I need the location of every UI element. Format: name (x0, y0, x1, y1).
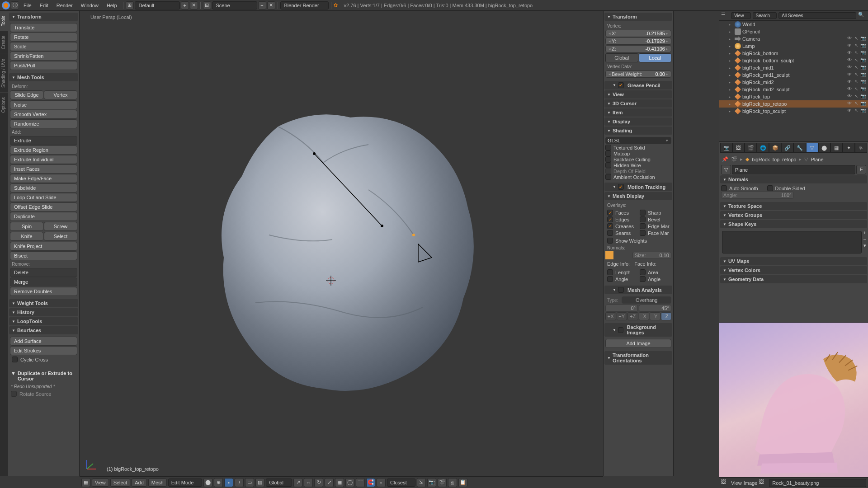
extrude-individual-button[interactable]: Extrude Individual (10, 155, 77, 164)
orientation-selector[interactable]: Global (266, 479, 292, 487)
space-local-toggle[interactable]: Local (639, 53, 672, 62)
image-editor-type-icon[interactable]: 🖼 (721, 479, 729, 487)
prop-tab-render[interactable]: 📷 (720, 143, 732, 153)
prop-tab-world[interactable]: 🌐 (757, 143, 769, 153)
outliner-row-bigRock_mid1_sculpt[interactable]: ▸bigRock_mid1_sculpt👁↖📷 (719, 71, 868, 79)
npanel-3d-cursor[interactable]: 3D Cursor (604, 99, 672, 108)
outliner-row-bigRock_top[interactable]: ▸bigRock_top👁↖📷 (719, 93, 868, 100)
fake-user-button[interactable]: F (856, 165, 866, 174)
crumb-data[interactable]: Plane (811, 157, 823, 162)
smooth-vertex-button[interactable]: Smooth Vertex (10, 110, 77, 119)
rotate-button[interactable]: Rotate (10, 33, 77, 42)
tooltab-options[interactable]: Options (0, 92, 8, 117)
snap-toggle-icon[interactable]: 🧲 (366, 478, 375, 487)
props-geometry-data-panel[interactable]: Geometry Data (720, 275, 867, 283)
expand-icon[interactable]: ▸ (729, 30, 733, 34)
restrict-select-icon[interactable]: ↖ (853, 94, 859, 100)
expand-icon[interactable]: ▸ (729, 37, 733, 41)
push-pull-button[interactable]: Push/Pull (10, 61, 77, 70)
restrict-render-icon[interactable]: 📷 (860, 79, 866, 85)
outliner-item-name[interactable]: bigRock_top_sculpt (742, 108, 845, 114)
vertex-select-mode-icon[interactable]: ▪ (224, 478, 233, 487)
scene-browse-icon[interactable]: ⊞ (203, 1, 211, 9)
add-surface-button[interactable]: Add Surface (10, 337, 77, 346)
outliner-row-bigRock_mid1[interactable]: ▸bigRock_mid1👁↖📷 (719, 64, 868, 71)
offset-edge-slide-button[interactable]: Offset Edge Slide (10, 202, 77, 211)
outliner-row-Lamp[interactable]: ▸Lamp👁↖📷 (719, 42, 868, 50)
outliner-row-bigRock_mid2_sculpt[interactable]: ▸bigRock_mid2_sculpt👁↖📷 (719, 86, 868, 93)
shading-sphere-icon[interactable]: ⬤ (203, 478, 212, 487)
restrict-view-icon[interactable]: 👁 (846, 43, 853, 49)
menu-help[interactable]: Help (103, 2, 121, 9)
double-sided-checkbox[interactable] (767, 185, 773, 191)
layout-browse-icon[interactable]: ⊞ (126, 1, 134, 9)
slide-vertex-button[interactable]: Vertex (44, 90, 77, 99)
expand-icon[interactable]: ▸ (729, 88, 733, 92)
analysis-type-selector[interactable]: Overhang (622, 296, 671, 304)
restrict-select-icon[interactable]: ↖ (853, 50, 859, 56)
prop-tab-physics[interactable]: ⚛ (855, 143, 867, 153)
npanel-mesh-display[interactable]: Mesh Display (604, 192, 672, 200)
restrict-render-icon[interactable]: 📷 (860, 50, 866, 56)
vertex-y-field[interactable]: ◂Y:-0.17929▸ (605, 38, 671, 45)
normals-size-field[interactable]: Size:0.10 (632, 252, 671, 259)
noise-button[interactable]: Noise (10, 100, 77, 109)
scene-selector[interactable]: Scene (212, 1, 257, 9)
mesh-name-input[interactable] (732, 165, 855, 174)
manipulator-toggle-icon[interactable]: ↗ (293, 478, 302, 487)
menu-render[interactable]: Render (53, 2, 76, 9)
header-select-menu[interactable]: Select (110, 479, 131, 487)
prop-tab-particles[interactable]: ✦ (843, 143, 855, 153)
backface-culling-checkbox[interactable] (605, 156, 611, 162)
restrict-view-icon[interactable]: 👁 (846, 65, 853, 71)
expand-icon[interactable]: ▸ (729, 52, 733, 56)
props-uv-maps-panel[interactable]: UV Maps (720, 257, 867, 265)
restrict-render-icon[interactable]: 📷 (860, 86, 866, 93)
cyclic-cross-checkbox[interactable] (12, 357, 18, 362)
outliner-row-bigRock_top_sculpt[interactable]: ▸bigRock_top_sculpt👁↖📷 (719, 108, 868, 115)
restrict-view-icon[interactable]: 👁 (846, 86, 853, 93)
menu-file[interactable]: File (20, 2, 35, 9)
outliner-view-menu[interactable]: View (731, 12, 751, 19)
prop-tab-render-layers[interactable]: 🖼 (732, 143, 745, 153)
normal-vertex-icon[interactable] (605, 251, 613, 259)
translate-button[interactable]: Translate (10, 23, 77, 32)
occlude-geometry-icon[interactable]: ▨ (255, 478, 264, 487)
inset-faces-button[interactable]: Inset Faces (10, 164, 77, 174)
shape-keys-list[interactable] (722, 231, 862, 253)
face-select-mode-icon[interactable]: ▭ (245, 478, 254, 487)
mode-selector[interactable]: Edit Mode (168, 479, 203, 487)
restrict-view-icon[interactable]: 👁 (846, 57, 853, 64)
restrict-render-icon[interactable]: 📷 (860, 36, 866, 42)
outliner-item-name[interactable]: Lamp (742, 43, 845, 49)
image-browse-icon[interactable]: 🖼 (759, 479, 767, 487)
props-vertex-colors-panel[interactable]: Vertex Colors (720, 266, 867, 274)
npanel-shading[interactable]: Shading (604, 127, 672, 135)
edge-mark-checkbox[interactable] (640, 223, 646, 229)
snap-element-icon[interactable]: ▫ (377, 478, 386, 487)
image-canvas[interactable] (719, 323, 868, 477)
copy-mesh-icon[interactable]: ⎘ (448, 478, 457, 487)
outliner-item-name[interactable]: Camera (742, 36, 845, 42)
restrict-select-icon[interactable]: ↖ (853, 72, 859, 78)
pin-icon[interactable]: 📌 (722, 156, 728, 162)
duplicate-button[interactable]: Duplicate (10, 212, 77, 221)
npanel-item[interactable]: Item (604, 108, 672, 117)
render-preview-icon[interactable]: 📷 (427, 478, 436, 487)
outliner-item-name[interactable]: bigRock_bottom (742, 51, 845, 56)
bevel-weight-field[interactable]: ◂Bevel Weight:0.00▸ (605, 70, 671, 78)
outliner-item-name[interactable]: bigRock_mid1 (742, 65, 845, 70)
delete-button[interactable]: Delete (10, 268, 77, 277)
textured-solid-checkbox[interactable] (605, 145, 611, 150)
panel-transform[interactable]: Transform (9, 13, 78, 21)
proportional-falloff-icon[interactable]: ⌒ (356, 478, 365, 487)
knife-project-button[interactable]: Knife Project (10, 242, 77, 251)
npanel-mesh-analysis[interactable]: Mesh Analysis (604, 286, 672, 294)
layout-remove-icon[interactable]: ✕ (190, 1, 198, 9)
edge-select-mode-icon[interactable]: / (235, 478, 244, 487)
header-add-menu[interactable]: Add (132, 479, 147, 487)
npanel-bg-images[interactable]: Background Images (604, 323, 672, 337)
axis-neg-x[interactable]: -X (639, 312, 650, 320)
restrict-select-icon[interactable]: ↖ (853, 108, 859, 114)
bisect-button[interactable]: Bisect (10, 251, 77, 260)
